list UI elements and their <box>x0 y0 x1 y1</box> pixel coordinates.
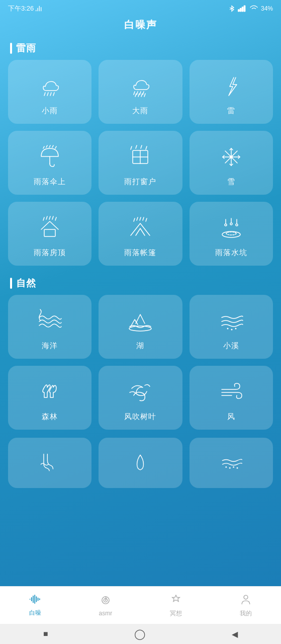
rain-roof-icon <box>35 213 65 243</box>
card-rain-window[interactable]: 雨打窗户 <box>99 131 182 195</box>
content-area: 雷雨 小雨 <box>0 39 281 556</box>
asmr-icon <box>100 595 112 608</box>
card-ocean[interactable]: 海洋 <box>8 295 91 359</box>
forest-icon <box>35 377 65 407</box>
time-display: 下午3:26 <box>8 4 34 13</box>
cellular-icon <box>238 5 247 12</box>
nav-white-noise-label: 白噪 <box>29 609 41 617</box>
sys-nav-circle[interactable]: ◯ <box>134 628 145 640</box>
nature-partial-grid <box>0 438 281 496</box>
svg-rect-5 <box>240 8 241 11</box>
signal-icon <box>36 5 44 13</box>
svg-line-29 <box>131 146 132 149</box>
battery-display: 34% <box>261 5 273 12</box>
system-nav-bar: ■ ◯ ◀ <box>0 624 281 644</box>
wind-icon <box>216 377 246 407</box>
nav-meditation-label: 冥想 <box>170 609 182 618</box>
svg-line-17 <box>138 94 139 97</box>
section-bar-thunder-rain <box>10 43 12 54</box>
card-stream[interactable]: 小溪 <box>190 295 273 359</box>
svg-line-22 <box>46 145 47 147</box>
flowing-water-icon <box>218 449 245 476</box>
thunder-label: 雷 <box>227 106 235 116</box>
svg-point-72 <box>236 467 238 469</box>
card-forest[interactable]: 森林 <box>8 366 91 430</box>
svg-line-30 <box>136 145 137 148</box>
light-rain-icon <box>35 71 65 101</box>
rain-puddle-icon <box>216 213 246 243</box>
card-rain-roof[interactable]: 雨落房顶 <box>8 202 91 266</box>
svg-rect-4 <box>238 10 240 12</box>
card-rain-tent[interactable]: 雨落帐篷 <box>99 202 182 266</box>
rain-puddle-label: 雨落水坑 <box>215 248 247 258</box>
card-waterfall-partial[interactable] <box>8 438 91 488</box>
svg-point-37 <box>230 155 233 158</box>
svg-line-50 <box>52 216 53 219</box>
wind-label: 风 <box>227 412 235 422</box>
card-wind[interactable]: 风 <box>190 366 273 430</box>
svg-line-31 <box>141 145 142 148</box>
status-time: 下午3:26 <box>8 4 44 13</box>
nav-asmr-label: asmr <box>99 610 113 617</box>
light-rain-label: 小雨 <box>42 106 58 116</box>
sys-nav-back[interactable]: ◀ <box>232 629 238 639</box>
svg-line-14 <box>140 92 141 95</box>
svg-line-10 <box>50 93 51 96</box>
meditation-icon <box>170 594 182 608</box>
svg-line-19 <box>144 94 145 97</box>
heavy-rain-icon <box>125 71 155 101</box>
page-title: 白噪声 <box>0 15 281 39</box>
lake-icon <box>125 306 155 336</box>
rain-roof-label: 雨落房顶 <box>34 248 66 258</box>
svg-point-69 <box>225 466 227 468</box>
rain-window-label: 雨打窗户 <box>124 177 156 187</box>
svg-line-15 <box>143 92 144 95</box>
card-raindrop-partial[interactable] <box>99 438 182 488</box>
svg-line-56 <box>146 218 147 221</box>
card-lake[interactable]: 湖 <box>99 295 182 359</box>
svg-point-84 <box>244 595 248 599</box>
ocean-icon <box>35 306 65 336</box>
svg-line-21 <box>43 146 44 148</box>
card-rain-puddle[interactable]: 雨落水坑 <box>190 202 273 266</box>
section-label-nature: 自然 <box>16 277 36 290</box>
svg-point-70 <box>229 467 231 469</box>
svg-line-13 <box>137 92 138 95</box>
svg-rect-7 <box>244 6 245 12</box>
stream-icon <box>216 306 246 336</box>
heavy-rain-label: 大雨 <box>132 106 148 116</box>
section-header-nature: 自然 <box>0 274 281 295</box>
sys-nav-square[interactable]: ■ <box>43 629 48 638</box>
svg-line-8 <box>44 93 45 96</box>
thunder-icon <box>216 71 246 101</box>
card-heavy-rain[interactable]: 大雨 <box>99 60 182 124</box>
svg-line-53 <box>137 217 138 220</box>
nav-meditation[interactable]: 冥想 <box>162 592 190 620</box>
card-wind-leaves[interactable]: 风吹树叶 <box>99 366 182 430</box>
svg-line-32 <box>146 146 147 149</box>
status-bar: 下午3:26 34% <box>0 0 281 15</box>
forest-label: 森林 <box>42 412 58 422</box>
nav-my[interactable]: 我的 <box>232 592 260 620</box>
wind-leaves-icon <box>125 377 155 407</box>
svg-line-24 <box>52 145 53 147</box>
svg-line-48 <box>46 216 47 219</box>
svg-line-51 <box>55 217 56 220</box>
card-rain-umbrella[interactable]: 雨落伞上 <box>8 131 91 195</box>
svg-line-55 <box>143 217 144 220</box>
svg-rect-46 <box>44 229 55 236</box>
svg-point-66 <box>227 328 228 330</box>
card-flowing-water-partial[interactable] <box>190 438 273 488</box>
nav-asmr[interactable]: asmr <box>91 593 121 619</box>
rain-window-icon <box>125 142 155 172</box>
svg-point-64 <box>236 224 238 226</box>
bluetooth-icon <box>228 5 236 12</box>
svg-point-68 <box>235 328 236 330</box>
card-light-rain[interactable]: 小雨 <box>8 60 91 124</box>
card-snow[interactable]: 雪 <box>190 131 273 195</box>
nav-my-label: 我的 <box>240 609 252 618</box>
svg-point-71 <box>233 466 234 468</box>
svg-line-54 <box>140 217 141 220</box>
card-thunder[interactable]: 雷 <box>190 60 273 124</box>
nav-white-noise[interactable]: 白噪 <box>21 592 49 619</box>
